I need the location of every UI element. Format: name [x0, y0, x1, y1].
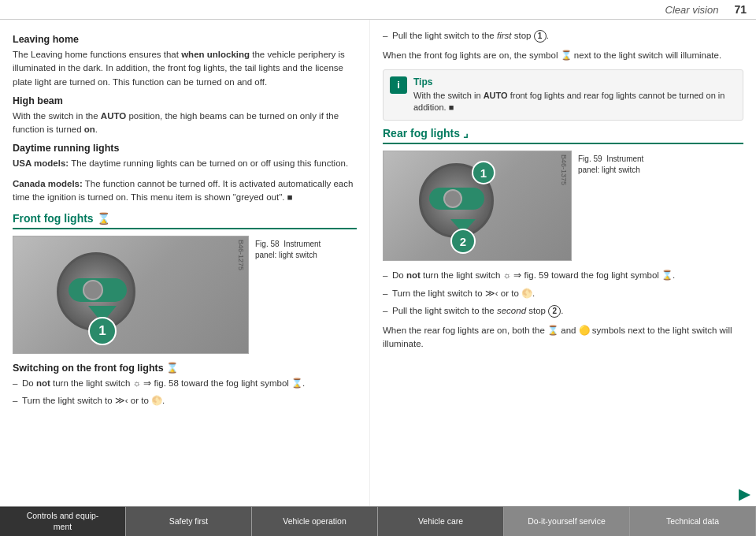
footer-tab-vehicle-care[interactable]: Vehicle care: [378, 507, 504, 536]
when-front-fog-text: When the front fog lights are on, the sy…: [383, 49, 743, 62]
badge-2-inline: 2: [548, 305, 561, 318]
rear-fog-label: Rear fog lights: [383, 127, 460, 140]
leaving-home-section: Leaving home The Leaving home functions …: [13, 34, 357, 89]
rear-fog-heading: Rear fog lights ⌟: [383, 127, 743, 144]
header-title: Clear vision: [665, 4, 719, 16]
high-beam-text: With the switch in the AUTO position, th…: [13, 110, 357, 137]
footer-tab-vehicle-op[interactable]: Vehicle operation: [252, 507, 378, 536]
front-fog-label: Front fog lights: [13, 212, 94, 225]
leaving-home-heading: Leaving home: [13, 34, 357, 45]
tips-title: Tips: [413, 76, 736, 87]
figure-59-container: 1 2 B46-1375 Fig. 59 Instrument panel: l…: [383, 151, 743, 261]
rear-fog-symbol: ⌟: [463, 127, 469, 140]
high-beam-heading: High beam: [13, 95, 357, 106]
main-content: Leaving home The Leaving home functions …: [0, 20, 756, 507]
rear-instr-2: Turn the light switch to ≫‹ or to 🌕.: [383, 287, 743, 300]
badge-2-container: 2: [450, 219, 476, 254]
tips-box: i Tips With the switch in AUTO front fog…: [383, 69, 743, 121]
page-header: Clear vision 71: [0, 0, 756, 20]
dial-center: [83, 280, 103, 300]
front-fog-symbol: ⌛: [97, 212, 110, 225]
figure-58-container: 1 B46-1275 Fig. 58 Instrument panel: lig…: [13, 236, 357, 354]
badge-2-circle: 2: [450, 229, 476, 254]
daytime-section: Daytime running lights USA models: The d…: [13, 143, 357, 204]
leaving-home-text: The Leaving home functions ensures that …: [13, 48, 357, 89]
badge-1-right: 1: [472, 161, 495, 184]
left-instr-2: Turn the light switch to ≫‹ or to 🌕.: [13, 394, 357, 408]
footer-tab-vehicle-op-label: Vehicle operation: [283, 516, 346, 527]
footer-tab-vehicle-care-label: Vehicle care: [418, 516, 463, 527]
footer-tabs: Controls and equip-ment Safety first Veh…: [0, 506, 756, 536]
left-instructions: Do not turn the light switch ☼ ⇒ fig. 58…: [13, 377, 357, 408]
switching-symbol: ⌛: [166, 363, 179, 374]
rear-instr-1: Do not turn the light switch ☼ ⇒ fig. 59…: [383, 269, 743, 282]
right-first-instr: Pull the light switch to the first stop …: [383, 29, 743, 43]
footer-tab-technical-label: Technical data: [666, 516, 719, 527]
front-fog-heading: Front fog lights ⌛: [13, 212, 357, 229]
tips-icon: i: [390, 76, 407, 94]
badge-1-circle: 1: [88, 317, 117, 345]
rear-instr-3: Pull the light switch to the second stop…: [383, 304, 743, 318]
figure-58-image: 1 B46-1275: [13, 236, 249, 354]
footer-tab-controls-label: Controls and equip-ment: [27, 511, 99, 532]
footer-tab-controls[interactable]: Controls and equip-ment: [0, 507, 126, 536]
footer-tab-safety[interactable]: Safety first: [126, 507, 252, 536]
page-number: 71: [734, 3, 747, 16]
switching-heading: Switching on the front fog lights ⌛: [13, 362, 357, 374]
footer-tab-diy[interactable]: Do-it-yourself service: [504, 507, 630, 536]
fig-59-caption: Fig. 59 Instrument panel: light switch: [572, 151, 650, 176]
left-instr-1: Do not turn the light switch ☼ ⇒ fig. 58…: [13, 377, 357, 390]
rear-fog-instructions: Do not turn the light switch ☼ ⇒ fig. 59…: [383, 269, 743, 318]
daytime-canada-text: Canada models: The function cannot be tu…: [13, 177, 357, 205]
figure-59-image: 1 2 B46-1375: [383, 151, 572, 261]
tips-text: With the switch in AUTO front fog lights…: [413, 90, 736, 114]
badge-1-inline: 1: [534, 30, 547, 43]
badge-1-container: 1: [88, 306, 117, 345]
footer-tab-technical[interactable]: Technical data: [630, 507, 756, 536]
daytime-usa-text: USA models: The daytime running lights c…: [13, 157, 357, 170]
next-page-arrow[interactable]: ▶: [739, 486, 750, 503]
fig-58-caption: Fig. 58 Instrument panel: light switch: [249, 236, 328, 261]
fig-58-code: B46-1275: [237, 240, 245, 270]
tips-content: Tips With the switch in AUTO front fog l…: [413, 76, 736, 114]
when-rear-fog-text: When the rear fog lights are on, both th…: [383, 324, 743, 352]
footer-tab-diy-label: Do-it-yourself service: [528, 516, 606, 527]
footer-tab-safety-label: Safety first: [169, 516, 209, 527]
high-beam-section: High beam With the switch in the AUTO po…: [13, 95, 357, 137]
fig-59-label: Fig. 59: [578, 154, 602, 163]
fig-59-code: B46-1375: [560, 154, 568, 185]
left-column: Leaving home The Leaving home functions …: [0, 20, 370, 507]
right-instr-pull: Pull the light switch to the first stop …: [383, 29, 743, 43]
badge-1-right-circle: 1: [472, 161, 495, 184]
daytime-heading: Daytime running lights: [13, 143, 357, 154]
fig-58-label: Fig. 58: [255, 240, 280, 248]
right-column: Pull the light switch to the first stop …: [370, 20, 756, 507]
